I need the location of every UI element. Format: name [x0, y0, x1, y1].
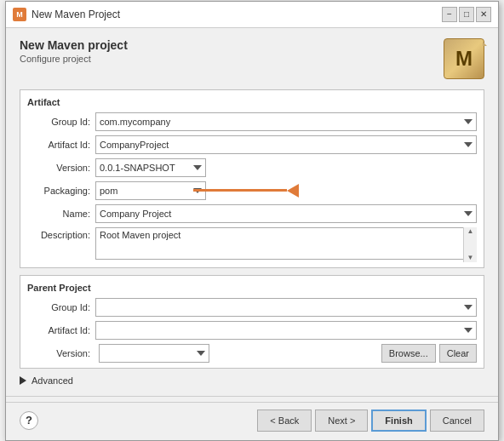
group-id-label: Group Id:	[27, 117, 95, 127]
artifact-section: Artifact Group Id: com.mycompany Artifac…	[20, 89, 484, 268]
close-button[interactable]: ✕	[476, 7, 491, 22]
maximize-button[interactable]: □	[459, 7, 474, 22]
description-area: Root Maven project ▲ ▼	[95, 227, 477, 262]
parent-version-input[interactable]	[99, 344, 209, 363]
artifact-id-row: Artifact Id: CompanyProject	[27, 135, 477, 154]
page-header-text: New Maven project Configure project	[20, 38, 128, 64]
parent-section-label: Parent Project	[27, 281, 477, 295]
artifact-id-label: Artifact Id:	[27, 140, 95, 150]
version-label: Version:	[27, 163, 95, 173]
parent-group-id-input[interactable]	[95, 298, 477, 317]
window-controls: − □ ✕	[442, 7, 491, 22]
scroll-up-icon[interactable]: ▲	[467, 228, 474, 235]
version-input[interactable]: 0.0.1-SNAPSHOT	[95, 158, 206, 177]
title-bar: M New Maven Project − □ ✕	[6, 2, 498, 28]
parent-section: Parent Project Group Id: Artifact Id: Ve…	[20, 275, 484, 369]
name-input[interactable]: Company Project	[95, 204, 477, 223]
description-row: Description: Root Maven project ▲ ▼	[27, 227, 477, 262]
finish-button[interactable]: Finish	[371, 410, 426, 432]
divider	[6, 396, 498, 397]
name-row: Name: Company Project	[27, 204, 477, 223]
scroll-down-icon[interactable]: ▼	[467, 255, 474, 261]
packaging-row: Packaging: pom	[27, 181, 477, 200]
advanced-label: Advanced	[32, 375, 73, 386]
description-label: Description:	[27, 227, 95, 240]
next-button[interactable]: Next >	[315, 410, 368, 432]
group-id-input[interactable]: com.mycompany	[95, 112, 477, 131]
parent-version-label: Version:	[27, 348, 95, 358]
browse-button[interactable]: Browse...	[381, 344, 436, 363]
window-body: New Maven project Configure project M Ar…	[6, 28, 498, 396]
parent-group-id-row: Group Id:	[27, 298, 477, 317]
back-button[interactable]: < Back	[257, 410, 312, 432]
arrow-annotation	[193, 184, 299, 198]
page-subtitle: Configure project	[20, 54, 128, 64]
parent-version-row: Version: Browse... Clear	[27, 344, 477, 363]
minimize-button[interactable]: −	[442, 7, 457, 22]
help-button[interactable]: ?	[20, 411, 38, 430]
parent-artifact-id-label: Artifact Id:	[27, 325, 95, 335]
description-scrollbar[interactable]: ▲ ▼	[463, 227, 477, 262]
window-icon: M	[13, 8, 26, 21]
advanced-section[interactable]: Advanced	[20, 375, 484, 386]
maven-icon: M	[444, 38, 484, 79]
name-label: Name:	[27, 209, 95, 219]
packaging-label: Packaging:	[27, 186, 95, 196]
advanced-toggle-icon	[20, 376, 26, 385]
version-row: Version: 0.0.1-SNAPSHOT	[27, 158, 477, 177]
page-title: New Maven project	[20, 38, 128, 52]
parent-artifact-id-row: Artifact Id:	[27, 321, 477, 340]
packaging-input[interactable]: pom	[95, 181, 206, 200]
arrow-line	[193, 189, 287, 192]
bottom-bar: ? < Back Next > Finish Cancel	[6, 402, 498, 440]
parent-group-id-label: Group Id:	[27, 302, 95, 312]
window-title: New Maven Project	[32, 9, 442, 20]
cancel-button[interactable]: Cancel	[430, 410, 484, 432]
arrow-head-left	[287, 184, 299, 198]
page-header: New Maven project Configure project M	[20, 38, 484, 79]
parent-artifact-id-input[interactable]	[95, 321, 477, 340]
clear-button[interactable]: Clear	[439, 344, 477, 363]
navigation-buttons: < Back Next > Finish Cancel	[257, 410, 484, 432]
description-input[interactable]: Root Maven project	[95, 227, 477, 260]
artifact-section-label: Artifact	[27, 95, 477, 109]
group-id-row: Group Id: com.mycompany	[27, 112, 477, 131]
main-window: M New Maven Project − □ ✕ New Maven proj…	[5, 1, 499, 441]
artifact-id-input[interactable]: CompanyProject	[95, 135, 477, 154]
